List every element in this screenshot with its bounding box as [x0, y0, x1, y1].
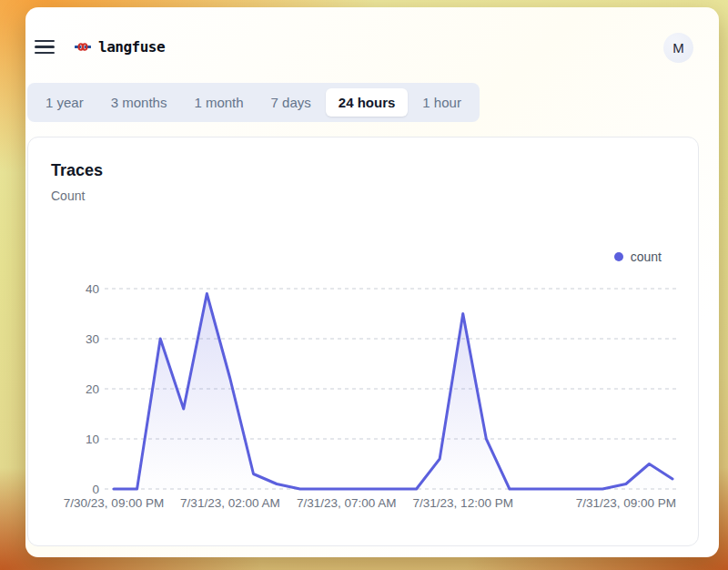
legend-label: count: [631, 249, 662, 264]
y-tick-label-0: 0: [92, 483, 99, 496]
tab-7-days[interactable]: 7 days: [258, 88, 324, 117]
menu-icon[interactable]: [35, 39, 55, 55]
y-tick-label-10: 10: [86, 433, 99, 446]
x-tick-label: 7/30/23, 09:00 PM: [64, 496, 164, 510]
y-tick-label-30: 30: [86, 332, 99, 346]
date-range-tabbar: 1 year 3 months 1 month 7 days 24 hours …: [27, 83, 480, 122]
x-tick-label: 7/31/23, 02:00 AM: [180, 496, 280, 510]
legend-dot-icon: [614, 252, 623, 261]
app-wordmark: langfuse: [98, 38, 165, 56]
card-subtitle: Count: [51, 188, 85, 203]
x-tick-label: 7/31/23, 07:00 AM: [297, 496, 397, 510]
y-tick-label-40: 40: [86, 282, 99, 296]
series-area-count: [114, 294, 672, 490]
x-tick-label: 7/31/23, 09:00 PM: [576, 496, 676, 510]
app-window: langfuse M 1 year 3 months 1 month 7 day…: [25, 7, 719, 557]
tab-1-hour[interactable]: 1 hour: [410, 88, 474, 117]
chart-legend: count: [614, 249, 662, 264]
app-logo: langfuse: [75, 38, 165, 56]
desktop-background: langfuse M 1 year 3 months 1 month 7 day…: [0, 0, 728, 570]
tab-3-months[interactable]: 3 months: [98, 88, 180, 117]
y-tick-label-20: 20: [86, 382, 99, 396]
tab-24-hours[interactable]: 24 hours: [326, 88, 409, 117]
traces-chart-card: Traces Count count 0102030407/30/23, 09:…: [27, 137, 699, 546]
top-navigation-bar: langfuse M: [25, 7, 719, 66]
user-avatar[interactable]: M: [663, 33, 693, 63]
x-tick-label: 7/31/23, 12:00 PM: [413, 496, 513, 510]
tab-1-year[interactable]: 1 year: [33, 88, 96, 117]
knot-logo-icon: [75, 40, 91, 54]
card-title: Traces: [51, 161, 103, 180]
traces-area-chart[interactable]: 0102030407/30/23, 09:00 PM7/31/23, 02:00…: [50, 270, 680, 518]
tab-1-month[interactable]: 1 month: [181, 88, 256, 117]
